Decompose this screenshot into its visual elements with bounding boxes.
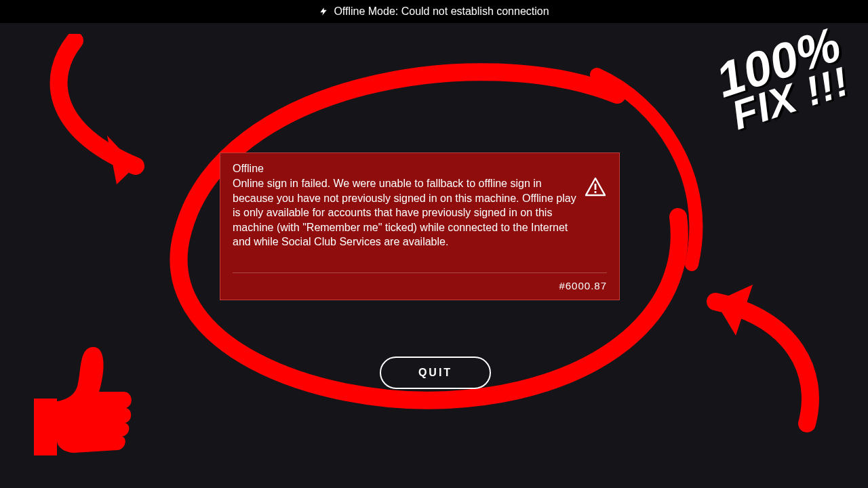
offline-status-bar: Offline Mode: Could not establish connec… xyxy=(0,0,868,23)
thumbs-up-icon xyxy=(27,339,136,461)
warning-icon xyxy=(584,176,607,249)
fix-annotation: 100% FIX !!! xyxy=(711,23,856,135)
error-message: Online sign in failed. We were unable to… xyxy=(233,176,577,249)
svg-rect-1 xyxy=(595,191,597,193)
lightning-icon xyxy=(319,7,328,16)
svg-rect-0 xyxy=(595,184,597,190)
error-code: #6000.87 xyxy=(233,272,607,291)
offline-error-card: Offline Online sign in failed. We were u… xyxy=(220,152,620,300)
offline-status-text: Offline Mode: Could not establish connec… xyxy=(334,5,549,18)
quit-button-label: QUIT xyxy=(418,367,452,379)
error-title: Offline xyxy=(233,163,607,175)
quit-button[interactable]: QUIT xyxy=(380,357,491,389)
arrow-annotation-bottom-right xyxy=(651,271,827,434)
arrow-annotation-top-left xyxy=(27,34,203,197)
